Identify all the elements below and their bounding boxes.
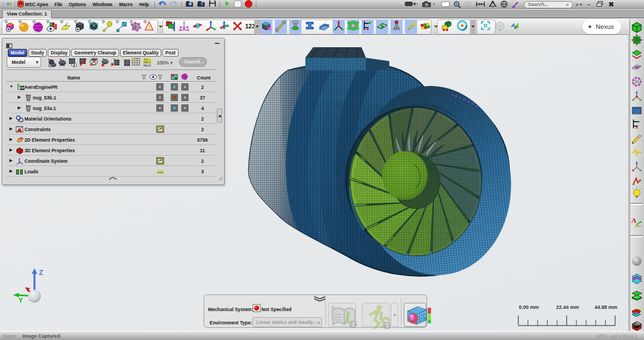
svg-text:3: 3 — [385, 322, 389, 329]
svg-text:Y: Y — [18, 297, 23, 304]
svg-text:Part 2: Part 2 — [144, 61, 151, 64]
svg-text:Part 3: Part 3 — [144, 64, 151, 67]
svg-text:2: 2 — [351, 321, 355, 328]
svg-text:A: A — [631, 216, 637, 224]
svg-text:Part 1: Part 1 — [144, 58, 151, 61]
svg-text:Z: Z — [39, 269, 43, 277]
